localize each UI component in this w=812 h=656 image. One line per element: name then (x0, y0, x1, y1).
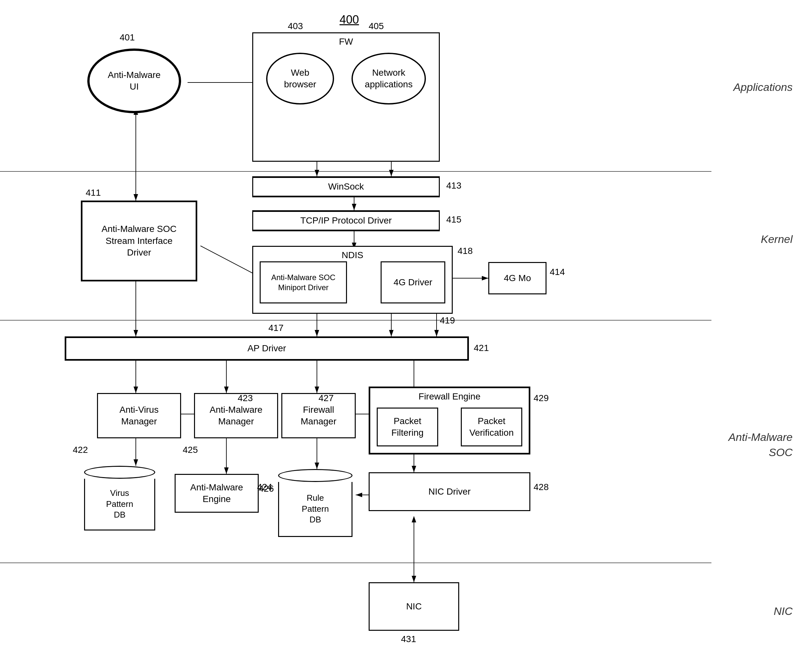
applications-section-label: Applications (733, 81, 793, 93)
ref-417: 417 (269, 323, 284, 333)
packet-filtering: Packet Filtering (377, 408, 438, 446)
fw-label: FW (339, 36, 353, 48)
ref-418: 418 (458, 246, 473, 256)
fw-container: FW Web browser Network applications (252, 32, 440, 162)
ref-427: 427 (318, 393, 334, 403)
ref-414: 414 (550, 267, 565, 277)
winsock: WinSock (252, 176, 440, 197)
ref-415: 415 (446, 215, 462, 225)
ndis-container: NDIS Anti-Malware SOC Miniport Driver 4G… (252, 246, 453, 314)
ref-431: 431 (401, 634, 416, 644)
web-browser: Web browser (266, 53, 334, 104)
ndis-label: NDIS (342, 249, 363, 261)
anti-malware-miniport: Anti-Malware SOC Miniport Driver (260, 261, 347, 303)
ref-424: 424 (257, 482, 272, 492)
ref-422: 422 (73, 445, 88, 455)
ref-425: 425 (183, 445, 198, 455)
anti-malware-soc-section-label: Anti-MalwareSOC (729, 414, 793, 460)
ref-421: 421 (474, 343, 489, 353)
packet-verification: Packet Verification (461, 408, 522, 446)
ref-403: 403 (288, 21, 303, 31)
firewall-engine: Firewall Engine Packet Filtering Packet … (369, 387, 530, 455)
ref-413: 413 (446, 181, 462, 191)
ref-428: 428 (534, 482, 549, 492)
anti-malware-engine: Anti-Malware Engine (174, 474, 259, 513)
anti-virus-manager: Anti-Virus Manager (97, 393, 181, 438)
anti-malware-ui: Anti-Malware UI (87, 48, 181, 113)
tcp-ip-driver: TCP/IP Protocol Driver (252, 210, 440, 231)
ref-405: 405 (369, 21, 384, 31)
diagram: 400 Applications Kernel Anti-MalwareSOC … (0, 0, 812, 656)
virus-pattern-db: Virus Pattern DB (84, 466, 155, 531)
ref-401: 401 (120, 32, 135, 43)
ref-411: 411 (86, 187, 101, 198)
ref-423: 423 (238, 393, 253, 403)
rule-pattern-db: Rule Pattern DB (278, 469, 352, 537)
ap-driver: AP Driver (65, 336, 469, 360)
network-applications: Network applications (352, 53, 426, 104)
ref-419: 419 (440, 316, 455, 326)
nic-driver: NIC Driver (369, 472, 530, 511)
kernel-section-label: Kernel (761, 233, 793, 246)
nic-section-label: NIC (773, 605, 793, 617)
ref-429: 429 (534, 393, 549, 403)
anti-malware-manager: Anti-Malware Manager (194, 393, 278, 438)
anti-malware-soc-stream-driver: Anti-Malware SOC Stream Interface Driver (81, 201, 197, 282)
modem-4g: 4G Mo (488, 262, 546, 294)
driver-4g: 4G Driver (381, 261, 445, 303)
firewall-engine-label: Firewall Engine (418, 391, 480, 402)
nic: NIC (369, 582, 459, 631)
diagram-title: 400 (340, 13, 359, 26)
